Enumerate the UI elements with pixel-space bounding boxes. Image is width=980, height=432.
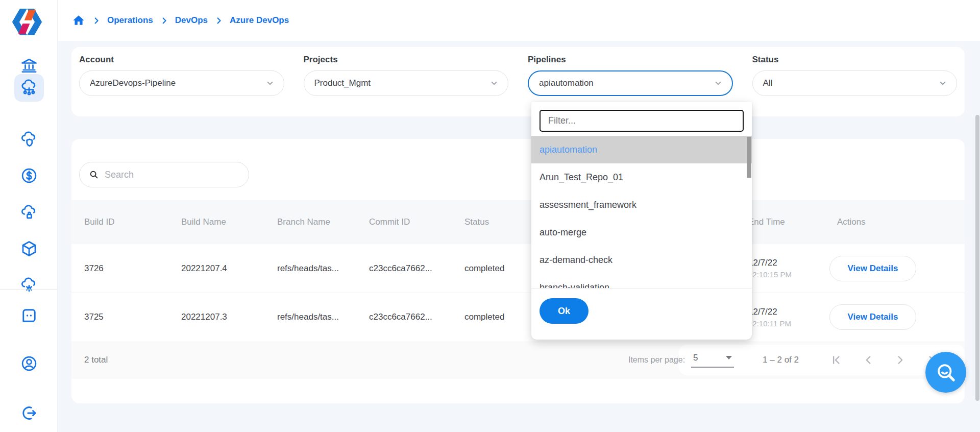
chevron-down-icon: [714, 79, 723, 88]
end-time: 12:10:11 PM: [748, 319, 824, 328]
projects-select[interactable]: Product_Mgmt: [304, 70, 509, 96]
end-date: 12/7/22: [748, 307, 824, 317]
breadcrumb: Operations DevOps Azure DevOps: [72, 0, 289, 41]
first-page-button[interactable]: [829, 353, 843, 367]
pipelines-dropdown-panel: apiautomationArun_Test_Repo_01assessment…: [531, 102, 752, 340]
pipeline-filter-input[interactable]: [540, 110, 744, 132]
home-icon[interactable]: [72, 14, 85, 27]
column-header: Commit ID: [356, 217, 452, 227]
dropdown-option[interactable]: branch-validation: [531, 274, 752, 288]
build-id-cell: 3726: [71, 263, 168, 274]
actions-cell: View Details: [824, 304, 965, 330]
column-header: Build Name: [168, 217, 264, 227]
pipelines-label: Pipelines: [528, 55, 733, 65]
page-range-label: 1 – 2 of 2: [763, 355, 799, 365]
column-header: Build ID: [71, 217, 168, 227]
search-input[interactable]: [105, 170, 232, 180]
build-name-cell: 20221207.3: [168, 312, 264, 322]
magnifier-smile-icon: [935, 361, 957, 383]
cloud-network-icon: [20, 79, 38, 97]
cloud-gear-icon[interactable]: [20, 276, 38, 295]
page-scrollbar[interactable]: [975, 115, 979, 401]
commit-id-cell: c23cc6ca7662...: [356, 263, 452, 274]
breadcrumb-azure-devops[interactable]: Azure DevOps: [230, 15, 289, 26]
status-cell: completed: [452, 263, 544, 274]
search-icon: [88, 169, 100, 180]
status-select[interactable]: All: [752, 70, 958, 96]
items-per-page-select[interactable]: 5: [691, 353, 734, 368]
end-time: 12:10:15 PM: [748, 270, 824, 279]
chevron-separator-icon: [160, 17, 168, 25]
status-cell: completed: [452, 312, 544, 322]
dropdown-option[interactable]: assessment_framework: [531, 191, 752, 219]
sidebar-divider: [0, 289, 58, 290]
column-header: Status: [452, 217, 544, 227]
pipelines-select[interactable]: apiautomation: [528, 70, 733, 96]
zoom-search-fab[interactable]: [925, 352, 966, 393]
table-row: 3725 20221207.3 refs/heads/tas... c23cc6…: [71, 293, 965, 341]
ok-button[interactable]: Ok: [540, 298, 589, 324]
pipeline-options-list: apiautomationArun_Test_Repo_01assessment…: [531, 136, 752, 288]
search-box[interactable]: [79, 162, 249, 187]
builds-table-card: Build IDBuild NameBranch NameCommit IDSt…: [71, 139, 965, 403]
top-bar: Operations DevOps Azure DevOps: [58, 0, 980, 41]
chevron-separator-icon: [92, 17, 100, 25]
breadcrumb-operations[interactable]: Operations: [107, 15, 153, 26]
items-per-page-value: 5: [693, 353, 698, 363]
dropdown-option[interactable]: auto-merge: [531, 219, 752, 246]
table-body: 3726 20221207.4 refs/heads/tas... c23cc6…: [71, 244, 965, 341]
billing-icon[interactable]: [20, 166, 38, 185]
column-header: Actions: [824, 217, 965, 227]
previous-page-button[interactable]: [862, 353, 875, 367]
status-label: Status: [752, 55, 958, 65]
build-name-cell: 20221207.4: [168, 263, 264, 274]
logout-icon[interactable]: [20, 404, 38, 422]
projects-select-value: Product_Mgmt: [314, 78, 371, 88]
bank-icon[interactable]: [20, 56, 38, 75]
cube-icon[interactable]: [20, 239, 38, 258]
sidebar: [0, 0, 58, 432]
status-select-value: All: [763, 78, 773, 88]
chevron-down-icon: [489, 79, 499, 88]
build-id-cell: 3725: [71, 312, 168, 322]
dropdown-option[interactable]: Arun_Test_Repo_01: [531, 163, 752, 191]
view-details-button[interactable]: View Details: [829, 256, 916, 281]
next-page-button[interactable]: [894, 353, 907, 367]
table-header-row: Build IDBuild NameBranch NameCommit IDSt…: [71, 200, 965, 244]
app-logo[interactable]: [10, 8, 44, 38]
view-details-button[interactable]: View Details: [829, 304, 916, 330]
projects-label: Projects: [304, 55, 509, 65]
actions-cell: View Details: [824, 256, 965, 281]
chevron-separator-icon: [215, 17, 223, 25]
end-date: 12/7/22: [748, 258, 824, 268]
account-icon[interactable]: [20, 354, 38, 373]
dropdown-option[interactable]: apiautomation: [531, 136, 752, 163]
commit-id-cell: c23cc6ca7662...: [356, 312, 452, 322]
caret-down-icon: [726, 356, 732, 359]
table-footer: 2 total Items per page: 5 1 – 2 of 2: [71, 341, 965, 379]
account-select[interactable]: AzureDevops-Pipeline: [79, 70, 284, 96]
cloud-shield-icon[interactable]: [20, 130, 38, 149]
branch-name-cell: refs/heads/tas...: [264, 312, 356, 322]
dropdown-scrollbar[interactable]: [747, 137, 751, 178]
pipelines-select-value: apiautomation: [539, 78, 594, 88]
filters-card: Account AzureDevops-Pipeline Projects Pr…: [71, 47, 965, 116]
chat-icon[interactable]: [20, 306, 38, 325]
breadcrumb-devops[interactable]: DevOps: [175, 15, 208, 26]
items-per-page-label: Items per page:: [628, 355, 685, 365]
sidebar-item-devops-active[interactable]: [14, 74, 44, 102]
total-count: 2 total: [84, 341, 108, 379]
chevron-down-icon: [938, 79, 947, 88]
branch-name-cell: refs/heads/tas...: [264, 263, 356, 274]
account-label: Account: [79, 55, 284, 65]
dropdown-option[interactable]: az-demand-check: [531, 246, 752, 274]
account-select-value: AzureDevops-Pipeline: [90, 78, 176, 88]
chevron-down-icon: [265, 79, 275, 88]
cloud-lock-icon[interactable]: [20, 204, 38, 222]
column-header: Branch Name: [264, 217, 356, 227]
table-row: 3726 20221207.4 refs/heads/tas... c23cc6…: [71, 244, 965, 293]
